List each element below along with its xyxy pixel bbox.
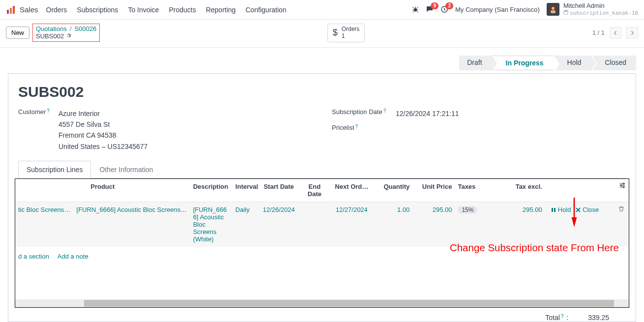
nav-link-products[interactable]: Products: [169, 6, 196, 14]
th-taxexcl[interactable]: Tax excl.: [481, 179, 545, 202]
nav-link-toinvoice[interactable]: To Invoice: [128, 6, 159, 14]
totals-row: Total? : 339.25: [18, 308, 626, 322]
subdate-value[interactable]: 12/26/2024 17:21:11: [396, 108, 459, 119]
avatar-icon: [547, 3, 559, 16]
cell-description[interactable]: [FURN_6666] Acoustic Bloc Screens (White…: [190, 202, 233, 247]
help-icon[interactable]: ?: [561, 314, 564, 319]
tab-other-information[interactable]: Other Information: [91, 161, 161, 178]
nav-link-configuration[interactable]: Configuration: [245, 6, 286, 14]
pager-text: 1 / 1: [592, 29, 605, 36]
dollar-icon: $: [333, 28, 338, 38]
th-unit[interactable]: Unit Price: [412, 179, 455, 202]
th-description[interactable]: Description: [190, 179, 233, 202]
bug-icon[interactable]: [412, 6, 419, 13]
form-card: SUBS002 Customer? Azure Interior 4557 De…: [8, 73, 636, 322]
th-qty[interactable]: Quantity: [373, 179, 412, 202]
table-row[interactable]: tic Bloc Screens… [FURN_6666] Acoustic B…: [15, 202, 629, 247]
cell-unit[interactable]: 295.00: [412, 202, 455, 247]
th-product[interactable]: Product: [15, 179, 190, 202]
horizontal-scrollbar[interactable]: [15, 299, 629, 307]
svg-rect-0: [7, 10, 9, 14]
breadcrumb-highlight: Quotations / S00026 SUBS002: [32, 24, 100, 42]
breadcrumb-current: SUBS002: [36, 32, 96, 40]
scrollbar-thumb[interactable]: [84, 300, 614, 307]
customer-value[interactable]: Azure Interior 4557 De Silva St Fremont …: [59, 108, 147, 152]
total-value: 339.25: [588, 314, 609, 322]
svg-rect-7: [551, 10, 556, 13]
chat-icon[interactable]: 9: [426, 5, 434, 13]
lines-table-wrap: Product Description Interval Start Date …: [15, 178, 629, 308]
cell-end[interactable]: [299, 202, 331, 247]
user-db: subscription_kanak-18: [563, 10, 638, 17]
subdate-label: Subscription Date?: [332, 108, 396, 119]
svg-point-9: [623, 183, 624, 184]
status-closed[interactable]: Closed: [591, 56, 636, 70]
close-button[interactable]: Close: [576, 206, 599, 213]
page-title: SUBS002: [18, 84, 626, 100]
cell-qty[interactable]: 1.00: [373, 202, 412, 247]
status-draft[interactable]: Draft: [459, 56, 492, 70]
cell-start[interactable]: 12/26/2024: [259, 202, 299, 247]
database-icon: [563, 10, 568, 17]
control-bar: New Quotations / S00026 SUBS002 $ Orders…: [0, 20, 644, 48]
svg-rect-12: [552, 208, 553, 212]
stat-value: 1: [342, 33, 360, 40]
app-brand[interactable]: Sales: [20, 5, 38, 14]
tab-subscription-lines[interactable]: Subscription Lines: [18, 161, 91, 178]
cell-product-overflow[interactable]: tic Bloc Screens…: [15, 202, 74, 247]
company-switcher[interactable]: My Company (San Francisco): [455, 6, 540, 13]
th-interval[interactable]: Interval: [233, 179, 259, 202]
cell-taxexcl[interactable]: 295.00: [481, 202, 545, 247]
svg-rect-1: [10, 8, 12, 14]
app-logo-icon[interactable]: [6, 5, 16, 15]
breadcrumb-sep: /: [70, 25, 72, 32]
breadcrumb-parent[interactable]: S00026: [75, 25, 97, 32]
status-in-progress[interactable]: In Progress: [492, 56, 554, 70]
nav-links: Orders Subscriptions To Invoice Products…: [46, 6, 287, 14]
svg-point-3: [413, 8, 417, 12]
pager-next-button[interactable]: [626, 27, 638, 39]
th-taxes[interactable]: Taxes: [455, 179, 481, 202]
help-icon[interactable]: ?: [355, 124, 358, 129]
th-start[interactable]: Start Date: [259, 179, 299, 202]
breadcrumb-root[interactable]: Quotations: [36, 25, 67, 32]
columns-settings-icon[interactable]: [619, 182, 626, 190]
pricelist-label: Pricelist?: [332, 124, 396, 131]
help-icon[interactable]: ?: [47, 108, 50, 114]
user-name: Mitchell Admin: [563, 2, 638, 10]
table-header-row: Product Description Interval Start Date …: [15, 179, 629, 202]
cell-interval[interactable]: Daily: [233, 202, 259, 247]
customer-label: Customer?: [18, 108, 59, 152]
new-button[interactable]: New: [6, 27, 29, 39]
clock-icon[interactable]: 2: [440, 5, 448, 13]
cell-product[interactable]: [FURN_6666] Acoustic Bloc Screens…: [74, 202, 190, 247]
total-label: Total? :: [545, 314, 568, 322]
hold-button[interactable]: Hold: [551, 206, 571, 213]
gear-icon[interactable]: [66, 33, 71, 40]
svg-rect-2: [13, 6, 15, 14]
clock-badge: 2: [445, 2, 453, 9]
stat-orders-button[interactable]: $ Orders 1: [327, 24, 365, 42]
lines-table: Product Description Interval Start Date …: [15, 179, 629, 299]
trash-icon[interactable]: [618, 206, 624, 213]
nav-link-reporting[interactable]: Reporting: [206, 6, 236, 14]
user-menu[interactable]: Mitchell Admin subscription_kanak-18: [547, 2, 638, 17]
status-bar: Draft In Progress Hold Closed: [8, 56, 636, 70]
cell-taxes[interactable]: 15%: [455, 202, 481, 247]
nav-link-orders[interactable]: Orders: [46, 6, 67, 14]
stat-label: Orders: [342, 26, 360, 33]
add-note-link[interactable]: Add a note: [58, 253, 88, 260]
chat-badge: 9: [431, 2, 439, 9]
th-end[interactable]: End Date: [299, 179, 331, 202]
help-icon[interactable]: ?: [383, 108, 386, 114]
th-next[interactable]: Next Ord…: [330, 179, 373, 202]
cell-next[interactable]: 12/27/2024: [330, 202, 373, 247]
nav-link-subscriptions[interactable]: Subscriptions: [77, 6, 118, 14]
svg-rect-13: [554, 208, 556, 212]
tabs: Subscription Lines Other Information: [18, 161, 626, 178]
svg-point-8: [564, 10, 568, 12]
pager-prev-button[interactable]: [610, 27, 621, 39]
svg-point-6: [552, 7, 555, 10]
add-section-link[interactable]: d a section: [18, 253, 49, 260]
top-nav: Sales Orders Subscriptions To Invoice Pr…: [0, 0, 644, 20]
